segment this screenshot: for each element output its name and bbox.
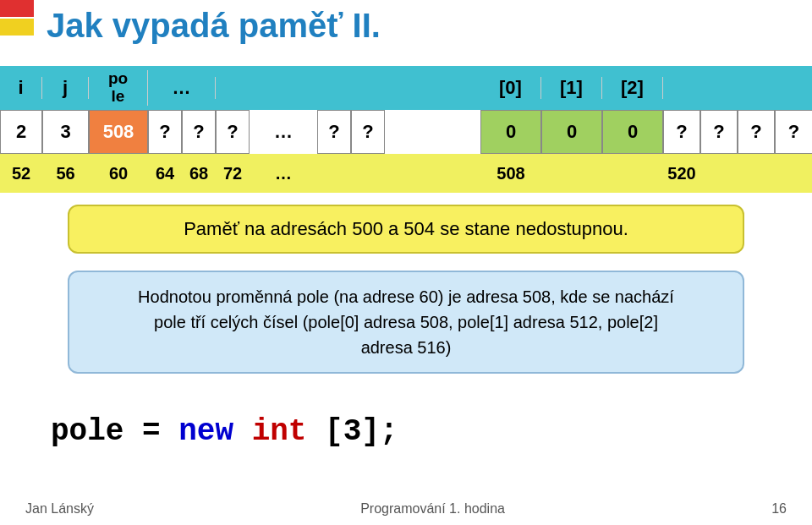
header-i: i bbox=[0, 77, 42, 99]
code-int: int bbox=[233, 414, 306, 449]
addr-520: 520 bbox=[663, 154, 700, 193]
yellow-info-box: Paměť na adresách 500 a 504 se stane ned… bbox=[68, 205, 744, 254]
header-pole: pole bbox=[89, 70, 148, 106]
data-space bbox=[385, 110, 480, 154]
blue-info-text: Hodnotou proměnná pole (na adrese 60) je… bbox=[138, 287, 674, 357]
code-bracket: [3]; bbox=[306, 414, 398, 449]
footer-author: Jan Lánský bbox=[25, 501, 94, 517]
data-q3: ? bbox=[216, 110, 250, 154]
code-line: pole = new int [3]; bbox=[51, 414, 398, 449]
addr-sp2 bbox=[738, 154, 775, 193]
data-q2: ? bbox=[182, 110, 216, 154]
header-2: [2] bbox=[602, 77, 663, 99]
addr-68: 68 bbox=[182, 154, 216, 193]
addr-72: 72 bbox=[216, 154, 250, 193]
data-q8: ? bbox=[738, 110, 775, 154]
data-q4: ? bbox=[317, 110, 351, 154]
addr-sp1 bbox=[700, 154, 738, 193]
addr-60: 60 bbox=[89, 154, 148, 193]
addr-516 bbox=[602, 154, 663, 193]
addr-space bbox=[317, 154, 480, 193]
header-j: j bbox=[42, 77, 89, 99]
data-0c: 0 bbox=[602, 110, 663, 154]
yellow-square bbox=[0, 19, 34, 36]
addr-64: 64 bbox=[148, 154, 182, 193]
header-0: [0] bbox=[480, 77, 541, 99]
data-q9: ? bbox=[775, 110, 812, 154]
addr-row: 52 56 60 64 68 72 … 508 520 bbox=[0, 154, 812, 193]
addr-56: 56 bbox=[42, 154, 89, 193]
page-title: Jak vypadá paměť II. bbox=[47, 7, 381, 45]
top-squares bbox=[0, 0, 34, 36]
addr-sp3 bbox=[775, 154, 812, 193]
header-1: [1] bbox=[541, 77, 602, 99]
footer: Jan Lánský Programování 1. hodina 16 bbox=[0, 501, 812, 517]
data-0b: 0 bbox=[541, 110, 602, 154]
header-row: i j pole … [0] [1] [2] bbox=[0, 66, 812, 110]
data-3: 3 bbox=[42, 110, 89, 154]
data-0a: 0 bbox=[480, 110, 541, 154]
addr-52: 52 bbox=[0, 154, 42, 193]
data-2: 2 bbox=[0, 110, 42, 154]
code-pole: pole = bbox=[51, 414, 178, 449]
code-new: new bbox=[178, 414, 233, 449]
red-square bbox=[0, 0, 34, 17]
data-q5: ? bbox=[351, 110, 385, 154]
addr-512 bbox=[541, 154, 602, 193]
data-row: 2 3 508 ? ? ? … ? ? 0 0 0 ? ? ? ? bbox=[0, 110, 812, 154]
header-ellipsis1: … bbox=[148, 77, 216, 99]
data-q1: ? bbox=[148, 110, 182, 154]
blue-info-box: Hodnotou proměnná pole (na adrese 60) je… bbox=[68, 271, 744, 374]
data-q6: ? bbox=[663, 110, 700, 154]
data-q7: ? bbox=[700, 110, 738, 154]
data-ellipsis: … bbox=[250, 110, 317, 154]
addr-ellipsis: … bbox=[250, 154, 317, 193]
addr-508: 508 bbox=[480, 154, 541, 193]
footer-page: 16 bbox=[771, 501, 787, 517]
footer-course: Programování 1. hodina bbox=[360, 501, 505, 517]
data-508: 508 bbox=[89, 110, 148, 154]
